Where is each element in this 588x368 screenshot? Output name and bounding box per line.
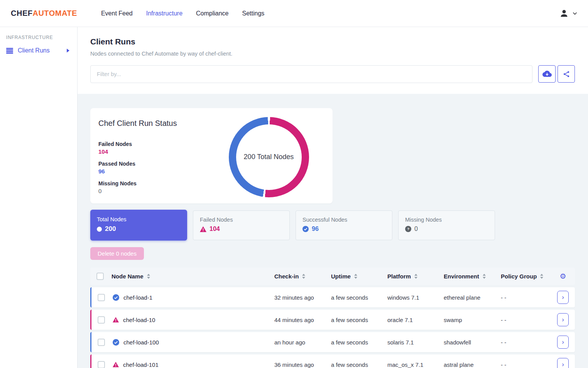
check-circle-icon <box>302 226 309 232</box>
policy-group-cell: - - <box>501 361 551 368</box>
col-node-name[interactable]: Node Name <box>108 273 274 280</box>
environment-cell: ethereal plane <box>444 294 501 301</box>
summary-card-successful[interactable]: Successful Nodes 96 <box>296 210 392 240</box>
question-circle-icon: ? <box>405 226 411 232</box>
logo-automate: AUTOMATE <box>32 9 77 17</box>
chevron-right-icon: › <box>562 294 564 300</box>
checkin-cell: 32 minutes ago <box>274 294 331 301</box>
successful-nodes-value: 96 <box>312 226 319 232</box>
sort-icon[interactable] <box>483 274 486 279</box>
legend-missing: Missing Nodes 0 <box>98 180 197 194</box>
donut-center-label: 200 Total Nodes <box>229 117 309 197</box>
legend-passed: Passed Nodes 96 <box>98 161 197 175</box>
download-button[interactable] <box>538 65 556 83</box>
checkin-cell: an hour ago <box>274 339 331 346</box>
page-body: Chef Client Run Status Failed Nodes 104 … <box>78 94 588 368</box>
passed-count: 96 <box>98 168 197 175</box>
nav-event-feed[interactable]: Event Feed <box>101 10 133 17</box>
policy-group-cell: - - <box>501 294 551 301</box>
policy-group-cell: - - <box>501 317 551 323</box>
platform-cell: mac_os_x 7.1 <box>387 361 444 368</box>
check-circle-icon <box>113 339 119 346</box>
sort-icon[interactable] <box>302 274 305 279</box>
user-menu[interactable] <box>559 8 577 19</box>
node-name[interactable]: chef-load-100 <box>123 339 159 346</box>
uptime-cell: a few seconds <box>331 294 387 301</box>
checkin-cell: 36 minutes ago <box>274 361 331 368</box>
caret-right-icon[interactable] <box>67 49 69 53</box>
nav-compliance[interactable]: Compliance <box>196 10 228 17</box>
sidebar: INFRASTRUCTURE Client Runs <box>0 27 78 368</box>
environment-cell: swamp <box>444 317 501 323</box>
uptime-cell: a few seconds <box>331 339 387 346</box>
row-detail-button[interactable]: › <box>557 313 569 326</box>
cloud-download-icon <box>542 70 552 78</box>
sidebar-item-label: Client Runs <box>18 47 62 54</box>
summary-card-missing[interactable]: Missing Nodes ? 0 <box>398 210 495 240</box>
sort-icon[interactable] <box>147 274 150 279</box>
chef-automate-logo: CHEFAUTOMATE <box>11 9 77 18</box>
user-icon[interactable] <box>559 8 569 19</box>
row-detail-button[interactable]: › <box>557 291 569 304</box>
platform-cell: oracle 7.1 <box>387 317 444 323</box>
run-status-donut: 200 Total Nodes <box>229 117 309 197</box>
gear-icon[interactable]: ⚙ <box>551 272 575 281</box>
policy-group-cell: - - <box>501 339 551 346</box>
row-checkbox[interactable] <box>98 361 105 368</box>
sort-icon[interactable] <box>414 274 417 279</box>
list-icon <box>6 48 13 54</box>
page-header: Client Runs Nodes connected to Chef Auto… <box>78 27 588 94</box>
node-name[interactable]: chef-load-10 <box>123 317 155 323</box>
select-all-checkbox[interactable] <box>96 273 104 280</box>
summary-card-total[interactable]: Total Nodes 200 <box>90 210 187 241</box>
row-detail-button[interactable]: › <box>557 336 569 349</box>
node-name[interactable]: chef-load-1 <box>123 294 152 301</box>
nav-infrastructure[interactable]: Infrastructure <box>146 10 182 17</box>
top-navigation: CHEFAUTOMATE Event Feed Infrastructure C… <box>0 0 588 27</box>
chevron-right-icon: › <box>562 361 564 368</box>
run-status-title: Chef Client Run Status <box>98 119 197 128</box>
warning-icon <box>200 226 206 232</box>
check-circle-icon <box>113 294 119 301</box>
failed-count: 104 <box>98 148 197 155</box>
col-policy-group[interactable]: Policy Group <box>501 273 551 280</box>
table-row: chef-load-1 32 minutes ago a few seconds… <box>90 287 575 307</box>
logo-chef: CHEF <box>11 9 32 17</box>
col-platform[interactable]: Platform <box>387 273 444 280</box>
col-checkin[interactable]: Check-in <box>274 273 331 280</box>
sidebar-item-client-runs[interactable]: Client Runs <box>0 45 77 56</box>
run-status-card: Chef Client Run Status Failed Nodes 104 … <box>90 108 333 204</box>
warning-icon <box>113 317 119 322</box>
sidebar-section-label: INFRASTRUCTURE <box>0 35 77 45</box>
delete-nodes-button[interactable]: Delete 0 nodes <box>90 247 144 260</box>
checkin-cell: 44 minutes ago <box>274 317 331 323</box>
failed-nodes-value: 104 <box>210 226 220 232</box>
sort-icon[interactable] <box>540 274 543 279</box>
chevron-right-icon: › <box>562 339 564 345</box>
missing-count: 0 <box>98 188 197 194</box>
platform-cell: windows 7.1 <box>387 294 444 301</box>
share-icon <box>563 70 570 78</box>
nav-settings[interactable]: Settings <box>242 10 265 17</box>
row-checkbox[interactable] <box>98 316 105 324</box>
run-status-legend: Failed Nodes 104 Passed Nodes 96 Missing… <box>98 141 197 194</box>
share-button[interactable] <box>558 65 575 83</box>
node-name[interactable]: chef-load-101 <box>123 361 159 368</box>
chevron-down-icon[interactable] <box>573 12 577 15</box>
row-detail-button[interactable]: › <box>557 358 569 368</box>
nodes-table: Node Name Check-in Uptime Platform <box>90 268 575 368</box>
col-uptime[interactable]: Uptime <box>331 273 387 280</box>
primary-nav: Event Feed Infrastructure Compliance Set… <box>101 10 264 17</box>
warning-icon <box>113 362 119 367</box>
summary-card-failed[interactable]: Failed Nodes 104 <box>193 210 290 240</box>
row-checkbox[interactable] <box>98 339 105 346</box>
row-checkbox[interactable] <box>98 294 105 301</box>
circle-icon <box>97 227 102 232</box>
missing-nodes-value: 0 <box>414 226 418 232</box>
filter-input[interactable] <box>90 65 532 83</box>
page-title: Client Runs <box>90 37 575 46</box>
summary-cards: Total Nodes 200 Failed Nodes 104 <box>90 210 575 241</box>
uptime-cell: a few seconds <box>331 361 387 368</box>
col-environment[interactable]: Environment <box>444 273 501 280</box>
sort-icon[interactable] <box>354 274 357 279</box>
